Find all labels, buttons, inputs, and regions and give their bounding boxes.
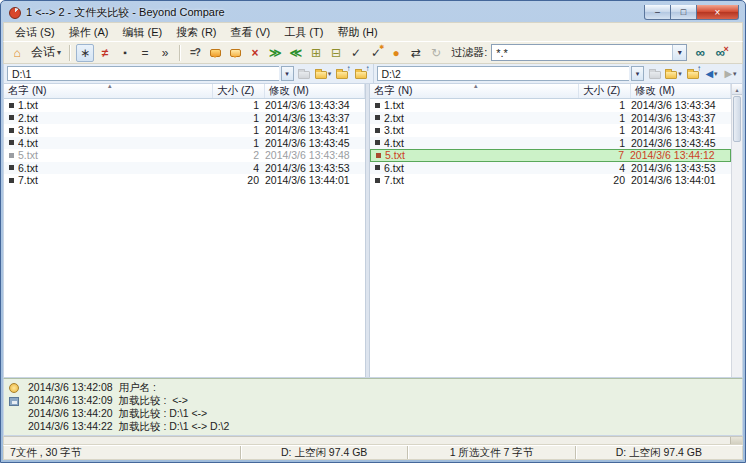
close-button[interactable]: × — [697, 5, 739, 20]
resize-grip[interactable] — [730, 437, 742, 444]
menu-item[interactable]: 帮助 (H) — [330, 23, 384, 42]
expand-all-button[interactable]: ⊞ — [307, 44, 325, 62]
right-browse-folder-button[interactable]: ▾ — [665, 66, 682, 82]
file-icon — [9, 140, 14, 145]
file-modified: 2014/3/6 13:44:12 — [630, 149, 728, 161]
collapse-all-button[interactable]: ⊟ — [327, 44, 345, 62]
menu-item[interactable]: 工具 (T) — [277, 23, 330, 42]
file-modified: 2014/3/6 13:43:37 — [631, 112, 729, 124]
file-size: 7 — [586, 149, 630, 161]
view-all-button[interactable]: ∗ — [76, 44, 94, 62]
file-name: 3.txt — [18, 124, 221, 136]
sync-browse-button[interactable] — [226, 44, 244, 62]
table-row[interactable]: 3.txt 1 2014/3/6 13:43:41 — [370, 124, 731, 137]
path-row: D:\1 ▾ ▾ ↑ ↑ D:\2 ▾ ▾ ↑ ◀▾ ▶▾ — [3, 64, 743, 84]
file-size: 4 — [221, 162, 265, 174]
show-filters-button[interactable]: ∞ — [691, 44, 709, 62]
log-line: 2014/3/6 13:42:09 加载比较 : <-> — [24, 394, 742, 407]
view-minor-button[interactable]: ▪ — [116, 44, 134, 62]
log-clock-icon[interactable] — [9, 383, 19, 393]
horizontal-scroll-strip[interactable] — [3, 436, 743, 445]
left-parent-folder-button[interactable]: ↑ — [334, 66, 351, 82]
column-header-size[interactable]: 大小 (Z) — [213, 84, 265, 98]
table-row[interactable]: 2.txt 1 2014/3/6 13:43:37 — [4, 112, 365, 125]
scrollbar-thumb[interactable] — [733, 96, 741, 142]
left-column-headers: 名字 (N) ▴ 大小 (Z) 修改 (M) — [4, 84, 365, 99]
file-icon — [375, 103, 380, 108]
left-path-history-button[interactable]: ▾ — [281, 66, 294, 81]
not-equal-icon: ≠ — [102, 46, 109, 60]
select-all-button[interactable]: ✓ — [367, 44, 385, 62]
menu-item[interactable]: 会话 (S) — [8, 23, 62, 42]
home-button[interactable]: ⌂ — [8, 44, 26, 62]
back-button[interactable]: ◀▾ — [703, 66, 720, 82]
view-diffs-button[interactable]: ≠ — [96, 44, 114, 62]
equals-icon: = — [142, 46, 149, 60]
table-row[interactable]: 7.txt 20 2014/3/6 13:44:01 — [370, 174, 731, 187]
disable-filters-button[interactable]: ∞× — [711, 44, 729, 62]
status-left-summary: 7文件 , 30 字节 — [4, 446, 241, 459]
table-row[interactable]: 4.txt 1 2014/3/6 13:43:45 — [370, 137, 731, 150]
table-row[interactable]: 5.txt 2 2014/3/6 13:43:48 — [4, 149, 365, 162]
maximize-button[interactable]: □ — [671, 5, 697, 20]
compare-contents-button[interactable]: =? — [186, 44, 204, 62]
chevron-down-icon[interactable]: ▾ — [672, 45, 686, 60]
save-log-icon[interactable] — [9, 397, 19, 406]
table-row[interactable]: 6.txt 4 2014/3/6 13:43:53 — [4, 162, 365, 175]
file-icon — [375, 115, 380, 120]
table-row[interactable]: 1.txt 1 2014/3/6 13:43:34 — [370, 99, 731, 112]
menu-item[interactable]: 编辑 (E) — [115, 23, 169, 42]
delete-button[interactable]: × — [246, 44, 264, 62]
column-header-name[interactable]: 名字 (N) ▴ — [370, 84, 579, 98]
select-files-button[interactable]: ✓ — [347, 44, 365, 62]
forward-button[interactable]: ▶▾ — [722, 66, 739, 82]
table-row[interactable]: 3.txt 1 2014/3/6 13:43:41 — [4, 124, 365, 137]
left-path-pane: D:\1 ▾ ▾ ↑ ↑ — [4, 64, 374, 83]
file-size: 1 — [221, 99, 265, 111]
menubar: 会话 (S)操作 (A)编辑 (E)搜索 (R)查看 (V)工具 (T)帮助 (… — [3, 22, 743, 41]
scroll-up-button[interactable]: ▴ — [732, 84, 742, 95]
table-row[interactable]: 1.txt 1 2014/3/6 13:43:34 — [4, 99, 365, 112]
swap-sides-button[interactable]: ⇄ — [407, 44, 425, 62]
table-row[interactable]: 4.txt 1 2014/3/6 13:43:45 — [4, 137, 365, 150]
left-file-list: 1.txt 1 2014/3/6 13:43:34 2.txt 1 2014/3… — [4, 99, 365, 377]
column-header-modified[interactable]: 修改 (M) — [631, 84, 731, 98]
toolbar-overflow-button[interactable]: » — [156, 44, 174, 62]
column-header-name[interactable]: 名字 (N) ▴ — [4, 84, 213, 98]
right-path-history-button[interactable]: ▾ — [631, 66, 644, 81]
menu-item[interactable]: 操作 (A) — [62, 23, 116, 42]
table-row[interactable]: 6.txt 4 2014/3/6 13:43:53 — [370, 162, 731, 175]
left-path-input[interactable]: D:\1 — [7, 66, 279, 81]
file-modified: 2014/3/6 13:43:34 — [631, 99, 729, 111]
file-modified: 2014/3/6 13:43:41 — [265, 124, 363, 136]
file-icon — [9, 115, 14, 120]
column-header-modified[interactable]: 修改 (M) — [265, 84, 365, 98]
right-path-input[interactable]: D:\2 — [377, 66, 630, 81]
file-modified: 2014/3/6 13:43:48 — [265, 149, 363, 161]
menu-item[interactable]: 查看 (V) — [224, 23, 278, 42]
compare-area: 名字 (N) ▴ 大小 (Z) 修改 (M) 1.txt 1 2014/3/6 … — [3, 84, 743, 378]
view-same-button[interactable]: = — [136, 44, 154, 62]
column-header-size[interactable]: 大小 (Z) — [579, 84, 631, 98]
left-open-folder-button[interactable]: ↑ — [353, 66, 370, 82]
swap-arrows-icon: ⇄ — [411, 46, 421, 60]
minimize-button[interactable]: – — [644, 5, 671, 20]
right-parent-folder-button[interactable]: ↑ — [684, 66, 701, 82]
copy-to-left-button[interactable]: ≪ — [287, 44, 306, 62]
session-menu-button[interactable]: 会话 ▾ — [28, 44, 64, 62]
equals-question-icon: =? — [190, 47, 200, 58]
sync-button[interactable] — [206, 44, 224, 62]
refresh-button[interactable]: ↻ — [427, 44, 445, 62]
glasses-disabled-icon: ∞× — [716, 45, 725, 60]
filter-combobox[interactable]: *.* ▾ — [491, 44, 687, 61]
table-row[interactable]: 7.txt 20 2014/3/6 13:44:01 — [4, 174, 365, 187]
vertical-scrollbar[interactable]: ▴ — [731, 84, 742, 377]
left-browse-folder-button[interactable]: ▾ — [315, 66, 332, 82]
copy-to-right-button[interactable]: ≫ — [266, 44, 285, 62]
rules-button[interactable]: ● — [387, 44, 405, 62]
chevron-down-icon: ▾ — [714, 70, 718, 78]
toolbar-separator — [179, 45, 181, 61]
menu-item[interactable]: 搜索 (R) — [169, 23, 223, 42]
table-row[interactable]: 5.txt 7 2014/3/6 13:44:12 — [370, 149, 731, 162]
table-row[interactable]: 2.txt 1 2014/3/6 13:43:37 — [370, 112, 731, 125]
